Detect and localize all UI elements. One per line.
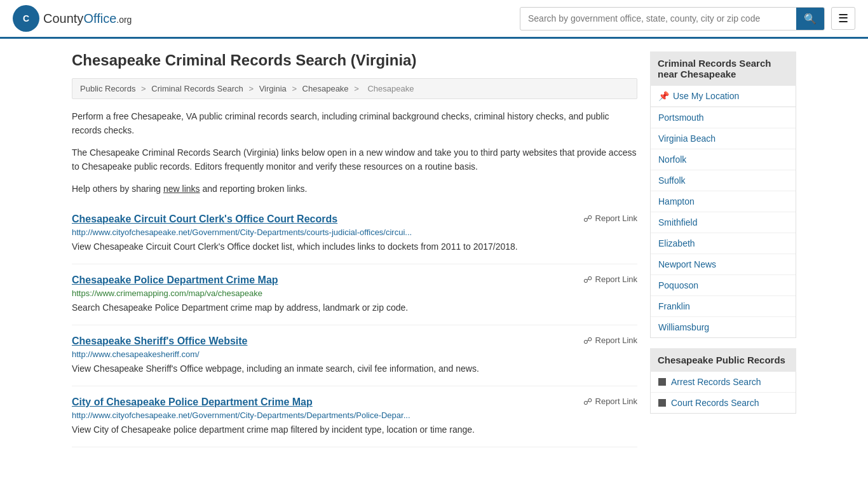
- menu-button[interactable]: ☰: [831, 7, 855, 30]
- result-item: City of Chesapeake Police Department Cri…: [72, 386, 637, 447]
- breadcrumb-virginia[interactable]: Virginia: [259, 84, 287, 93]
- report-link-0[interactable]: ☍ Report Link: [583, 214, 637, 224]
- nearby-section: Criminal Records Search near Chesapeake …: [650, 51, 796, 338]
- nearby-list: 📌 Use My Location PortsmouthVirginia Bea…: [650, 86, 796, 338]
- nearby-header: Criminal Records Search near Chesapeake: [650, 51, 796, 86]
- result-desc-1: Search Chesapeake Police Department crim…: [72, 301, 637, 315]
- result-header: Chesapeake Circuit Court Clerk's Office …: [72, 214, 637, 225]
- description-3: Help others by sharing new links and rep…: [72, 182, 637, 196]
- result-header: Chesapeake Police Department Crime Map ☍…: [72, 274, 637, 286]
- breadcrumb-chesapeake-county[interactable]: Chesapeake: [302, 84, 349, 93]
- nearby-city-6[interactable]: Elizabeth: [651, 233, 796, 254]
- nearby-city-8[interactable]: Poquoson: [651, 275, 796, 295]
- report-icon-1: ☍: [583, 274, 592, 285]
- main-container: Chesapeake Criminal Records Search (Virg…: [59, 39, 809, 460]
- result-item: Chesapeake Sheriff's Office Website ☍ Re…: [72, 325, 637, 386]
- breadcrumb-current: Chesapeake: [367, 84, 414, 93]
- result-title-1[interactable]: Chesapeake Police Department Crime Map: [72, 274, 278, 286]
- result-title-0[interactable]: Chesapeake Circuit Court Clerk's Office …: [72, 214, 337, 225]
- search-input[interactable]: [520, 8, 796, 29]
- nearby-city-item[interactable]: Portsmouth: [651, 107, 796, 128]
- breadcrumb-criminal-records[interactable]: Criminal Records Search: [151, 84, 243, 93]
- result-item: Chesapeake Police Department Crime Map ☍…: [72, 264, 637, 325]
- report-link-2[interactable]: ☍ Report Link: [583, 336, 637, 346]
- breadcrumb: Public Records > Criminal Records Search…: [72, 78, 637, 99]
- description-1: Perform a free Chesapeake, VA public cri…: [72, 109, 637, 138]
- result-desc-0: View Chesapeake Circuit Court Clerk's Of…: [72, 240, 637, 254]
- use-location-link[interactable]: 📌 Use My Location: [651, 86, 796, 107]
- report-icon-3: ☍: [583, 396, 592, 407]
- new-links[interactable]: new links: [163, 184, 200, 194]
- result-item: Chesapeake Circuit Court Clerk's Office …: [72, 203, 637, 264]
- nearby-city-item[interactable]: Elizabeth: [651, 233, 796, 254]
- report-link-3[interactable]: ☍ Report Link: [583, 396, 637, 407]
- search-button[interactable]: 🔍: [796, 8, 824, 30]
- report-icon-2: ☍: [583, 336, 592, 346]
- nearby-city-2[interactable]: Norfolk: [651, 149, 796, 170]
- logo-text: CountyOffice.org: [43, 11, 132, 26]
- result-desc-2: View Chesapeake Sheriff's Office webpage…: [72, 362, 637, 376]
- public-record-link-0[interactable]: Arrest Records Search: [651, 372, 796, 392]
- public-records-header: Chesapeake Public Records: [650, 348, 796, 372]
- public-record-link-1[interactable]: Court Records Search: [651, 393, 796, 413]
- nearby-city-item[interactable]: Norfolk: [651, 149, 796, 170]
- nearby-city-item[interactable]: Newport News: [651, 254, 796, 275]
- result-header: City of Chesapeake Police Department Cri…: [72, 396, 637, 408]
- header: C CountyOffice.org 🔍 ☰: [0, 0, 868, 39]
- result-url-3: http://www.cityofchesapeake.net/Governme…: [72, 410, 637, 420]
- nearby-city-9[interactable]: Franklin: [651, 296, 796, 316]
- public-records-section: Chesapeake Public Records Arrest Records…: [650, 348, 796, 414]
- report-link-1[interactable]: ☍ Report Link: [583, 274, 637, 285]
- public-record-icon-1: [658, 399, 666, 407]
- nearby-city-item[interactable]: Virginia Beach: [651, 128, 796, 149]
- result-url-2: http://www.chesapeakesheriff.com/: [72, 349, 637, 359]
- result-title-2[interactable]: Chesapeake Sheriff's Office Website: [72, 336, 248, 347]
- description-2: The Chesapeake Criminal Records Search (…: [72, 146, 637, 174]
- nearby-city-7[interactable]: Newport News: [651, 254, 796, 274]
- nearby-city-item[interactable]: Suffolk: [651, 170, 796, 191]
- nearby-city-item[interactable]: Smithfield: [651, 212, 796, 233]
- results-container: Chesapeake Circuit Court Clerk's Office …: [72, 203, 637, 447]
- main-content: Chesapeake Criminal Records Search (Virg…: [72, 51, 637, 447]
- result-header: Chesapeake Sheriff's Office Website ☍ Re…: [72, 336, 637, 347]
- svg-text:C: C: [23, 13, 29, 24]
- breadcrumb-public-records[interactable]: Public Records: [80, 84, 135, 93]
- nearby-city-1[interactable]: Virginia Beach: [651, 128, 796, 149]
- nearby-city-item[interactable]: Poquoson: [651, 275, 796, 296]
- use-location-item[interactable]: 📌 Use My Location: [651, 86, 796, 107]
- public-records-list: Arrest Records Search Court Records Sear…: [650, 372, 796, 414]
- logo-icon: C: [13, 5, 39, 32]
- result-title-3[interactable]: City of Chesapeake Police Department Cri…: [72, 396, 313, 408]
- nearby-city-5[interactable]: Smithfield: [651, 212, 796, 233]
- logo[interactable]: C CountyOffice.org: [13, 5, 132, 32]
- header-right: 🔍 ☰: [520, 7, 855, 30]
- nearby-city-item[interactable]: Hampton: [651, 191, 796, 212]
- result-desc-3: View City of Chesapeake police departmen…: [72, 423, 637, 437]
- public-record-item[interactable]: Court Records Search: [651, 393, 796, 413]
- nearby-city-3[interactable]: Suffolk: [651, 170, 796, 191]
- nearby-city-item[interactable]: Franklin: [651, 296, 796, 317]
- nearby-city-4[interactable]: Hampton: [651, 191, 796, 212]
- search-bar: 🔍: [520, 7, 825, 30]
- nearby-city-item[interactable]: Williamsburg: [651, 317, 796, 337]
- nearby-city-0[interactable]: Portsmouth: [651, 107, 796, 128]
- page-title: Chesapeake Criminal Records Search (Virg…: [72, 51, 637, 69]
- result-url-0: http://www.cityofchesapeake.net/Governme…: [72, 227, 637, 237]
- sidebar: Criminal Records Search near Chesapeake …: [650, 51, 796, 447]
- public-record-item[interactable]: Arrest Records Search: [651, 372, 796, 393]
- public-record-icon-0: [658, 378, 666, 386]
- use-location-label: Use My Location: [673, 91, 739, 101]
- result-url-1: https://www.crimemapping.com/map/va/ches…: [72, 288, 637, 298]
- location-icon: 📌: [658, 91, 669, 101]
- report-icon-0: ☍: [583, 214, 592, 224]
- nearby-city-10[interactable]: Williamsburg: [651, 317, 796, 337]
